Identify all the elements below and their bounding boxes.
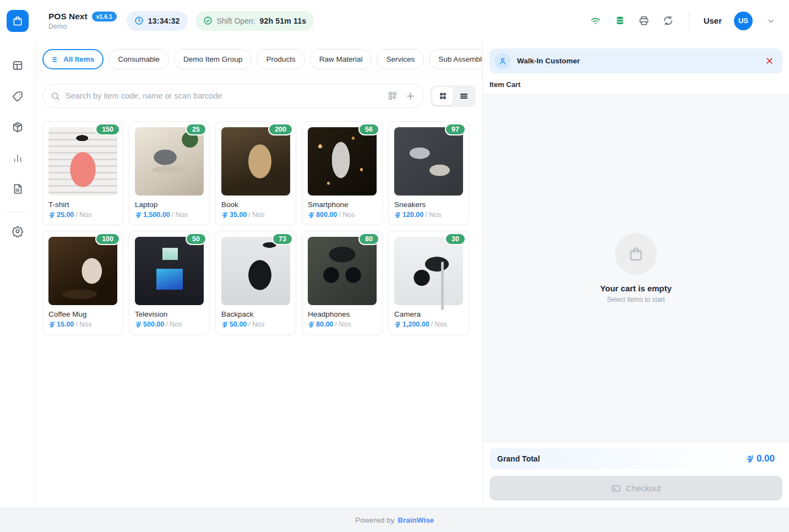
app-title: POS Next	[48, 12, 88, 21]
product-unit: / Nos	[166, 321, 182, 328]
sidebar-item-reports[interactable]	[7, 147, 29, 169]
product-unit: / Nos	[75, 321, 91, 328]
tab-products[interactable]: Products	[257, 49, 304, 69]
product-card-backpack[interactable]: 73 Backpack 50.00/ Nos	[215, 231, 296, 335]
tab-label: Consumable	[118, 55, 160, 63]
tab-services[interactable]: Services	[377, 49, 424, 69]
empty-cart-circle	[615, 233, 657, 275]
sidebar-item-settings[interactable]	[7, 220, 29, 242]
currency-icon	[308, 211, 314, 218]
grid-view-button[interactable]	[432, 87, 453, 105]
wifi-status-icon	[590, 15, 602, 27]
product-card-laptop[interactable]: 25 Laptop 1,500.00/ Nos	[129, 121, 210, 225]
tab-label: Raw Material	[319, 55, 363, 63]
brand-link[interactable]: BrainWise	[398, 516, 434, 524]
stock-badge: 97	[445, 123, 466, 135]
sidebar-item-documents[interactable]	[7, 178, 29, 200]
user-avatar[interactable]: US	[734, 12, 753, 30]
tag-icon	[12, 90, 24, 102]
product-card-camera[interactable]: 30 Camera 1,200.00/ Nos	[388, 231, 469, 335]
product-grid: 150 T-shirt 25.00/ Nos 25 Laptop 1,500.0…	[36, 113, 482, 343]
shift-duration: 92h 51m 11s	[260, 17, 307, 25]
sidebar-item-tags[interactable]	[7, 85, 29, 107]
app-subtitle: Demo	[48, 23, 117, 30]
search-input[interactable]	[66, 91, 388, 100]
sidebar	[0, 41, 36, 508]
product-card-sneakers[interactable]: 97 Sneakers 120.00/ Nos	[388, 121, 469, 225]
scrollbar[interactable]	[441, 262, 444, 310]
sidebar-item-pos[interactable]	[7, 55, 29, 77]
tab-demo-item-group[interactable]: Demo Item Group	[174, 49, 252, 69]
database-status-icon	[614, 15, 626, 27]
product-unit: / Nos	[248, 321, 264, 328]
product-image-sneakers	[394, 127, 463, 196]
current-time: 13:34:32	[148, 17, 180, 25]
currency-icon	[135, 211, 142, 218]
search-icon	[51, 91, 60, 101]
customer-name: Walk-In Customer	[517, 57, 580, 65]
product-card-headphones[interactable]: 80 Headphones 80.00/ Nos	[302, 231, 383, 335]
product-unit: / Nos	[431, 321, 447, 328]
stock-badge: 56	[358, 123, 379, 135]
view-toggle	[431, 85, 476, 107]
product-image-television	[135, 237, 204, 305]
main-content: All Items Consumable Demo Item Group Pro…	[36, 41, 482, 508]
tab-label: All Items	[63, 55, 94, 63]
item-group-tabs: All Items Consumable Demo Item Group Pro…	[36, 41, 482, 77]
version-badge: v1.6.1	[92, 12, 117, 21]
app-header: POS Next v1.6.1 Demo 13:34:32 Shift Open…	[0, 0, 789, 41]
product-name: Sneakers	[394, 200, 463, 209]
stock-badge: 30	[445, 233, 466, 245]
stock-badge: 200	[268, 123, 293, 135]
header-divider	[689, 12, 689, 30]
currency-icon	[135, 321, 142, 328]
tab-all-items[interactable]: All Items	[42, 49, 104, 69]
product-price: 500.00	[143, 321, 164, 328]
add-item-icon[interactable]	[405, 91, 416, 101]
product-card-book[interactable]: 200 Book 35.00/ Nos	[215, 121, 296, 225]
product-name: T-shirt	[48, 200, 117, 209]
print-button[interactable]	[638, 15, 650, 27]
tab-raw-material[interactable]: Raw Material	[310, 49, 372, 69]
product-card-coffee-mug[interactable]: 100 Coffee Mug 15.00/ Nos	[42, 231, 123, 335]
customer-bar[interactable]: Walk-In Customer	[489, 48, 782, 73]
shopping-bag-icon	[628, 246, 644, 262]
product-price: 800.00	[316, 211, 337, 219]
tab-consumable[interactable]: Consumable	[108, 49, 169, 69]
currency-icon	[394, 211, 401, 218]
bar-chart-icon	[12, 152, 24, 164]
remove-customer-button[interactable]	[765, 57, 774, 65]
product-unit: / Nos	[425, 211, 441, 219]
app-logo[interactable]	[7, 10, 29, 32]
list-view-button[interactable]	[453, 87, 474, 105]
product-name: Laptop	[135, 200, 204, 209]
stock-badge: 50	[186, 233, 206, 245]
product-image-coffee-mug	[48, 237, 117, 305]
checkout-button[interactable]: Checkout	[489, 476, 782, 501]
tab-label: Services	[386, 55, 415, 63]
credit-card-icon	[611, 484, 621, 493]
shift-pill: Shift Open: 92h 51m 11s	[195, 11, 314, 31]
cart-panel: Walk-In Customer Item Cart Your cart is …	[482, 41, 789, 508]
barcode-scan-icon[interactable]	[388, 91, 398, 101]
product-card-smartphone[interactable]: 56 Smartphone 800.00/ Nos	[302, 121, 383, 225]
checkout-label: Checkout	[626, 484, 661, 493]
product-name: Camera	[394, 310, 463, 318]
product-card-tshirt[interactable]: 150 T-shirt 25.00/ Nos	[42, 121, 123, 225]
product-price: 25.00	[57, 211, 74, 219]
product-name: Television	[135, 310, 204, 318]
product-card-television[interactable]: 50 Television 500.00/ Nos	[129, 231, 210, 335]
product-unit: / Nos	[339, 211, 355, 219]
chevron-down-icon[interactable]	[765, 15, 777, 27]
product-name: Smartphone	[308, 200, 377, 209]
refresh-button[interactable]	[662, 15, 674, 27]
customer-avatar	[494, 53, 511, 69]
app-footer: Powered by BrainWise	[0, 508, 789, 532]
product-price: 35.00	[230, 211, 247, 219]
sidebar-item-inventory[interactable]	[7, 116, 29, 138]
list-lines-icon	[52, 56, 59, 63]
tab-label: Demo Item Group	[183, 55, 242, 63]
product-name: Backpack	[221, 310, 290, 318]
list-view-icon	[459, 91, 469, 101]
grid-view-icon	[438, 91, 448, 101]
